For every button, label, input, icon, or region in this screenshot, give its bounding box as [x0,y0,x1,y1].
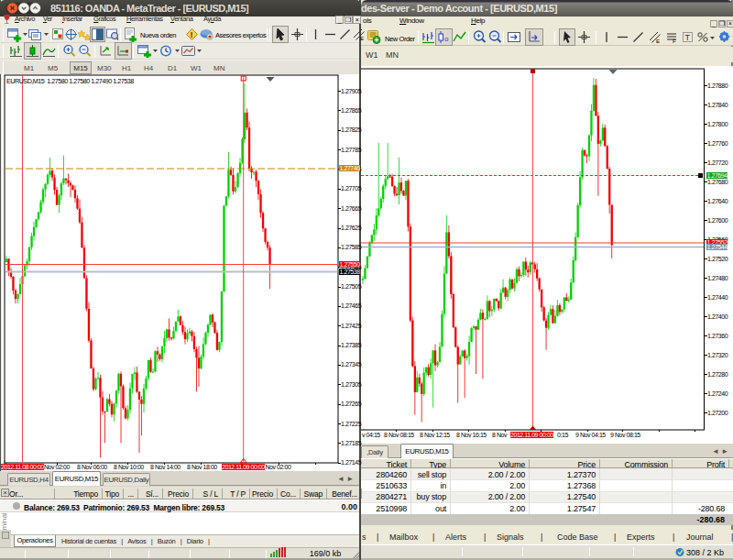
svg-text:o: o [444,35,449,43]
svg-text:E: E [656,38,660,44]
svg-text:F: F [673,38,676,44]
svg-text:T: T [685,33,691,42]
